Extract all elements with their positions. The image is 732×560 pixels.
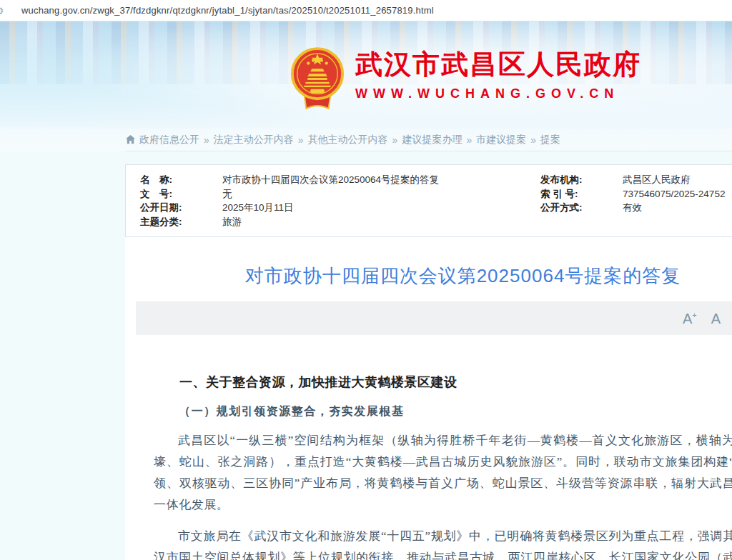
meta-label-validity: 公开方式: bbox=[540, 201, 623, 215]
document-meta-table: 名 称: 对市政协十四届四次会议第20250064号提案的答复 文 号: 无 公… bbox=[125, 164, 732, 237]
meta-value-name: 对市政协十四届四次会议第20250064号提案的答复 bbox=[222, 173, 439, 187]
article-body: 一、关于整合资源，加快推进大黄鹤楼景区建设 （一）规划引领资源整合，夯实发展根基… bbox=[125, 335, 732, 560]
sub-heading: （一）规划引领资源整合，夯实发展根基 bbox=[154, 403, 732, 420]
font-normal-button[interactable]: A bbox=[711, 311, 721, 326]
meta-row-agency: 发布机构: 武昌区人民政府 bbox=[540, 173, 725, 187]
meta-value-docnum: 无 bbox=[222, 187, 232, 201]
breadcrumb-item-proposal[interactable]: 提案 bbox=[540, 134, 560, 146]
font-size-toolbar: A+ A bbox=[136, 301, 732, 335]
meta-row-validity: 公开方式: 有效 bbox=[540, 201, 725, 215]
font-increase-button[interactable]: A+ bbox=[683, 311, 697, 326]
site-url: WWW.WUCHANG.GOV.CN bbox=[355, 86, 641, 101]
meta-value-category: 旅游 bbox=[222, 215, 242, 229]
national-emblem-icon bbox=[290, 46, 345, 111]
meta-value-date: 2025年10月11日 bbox=[222, 201, 294, 215]
meta-label-agency: 发布机构: bbox=[540, 173, 623, 187]
breadcrumb-item-statutory[interactable]: 法定主动公开内容 bbox=[214, 134, 294, 146]
breadcrumb-separator: » bbox=[204, 134, 209, 146]
url-text[interactable]: wuchang.gov.cn/zwgk_37/fdzdgknr/qtzdgknr… bbox=[21, 5, 434, 16]
paragraph: 武昌区以“一纵三横”空间结构为框架（纵轴为得胜桥千年老街—黄鹤楼—首义文化旅游区… bbox=[154, 430, 732, 516]
meta-row-date: 公开日期: 2025年10月11日 bbox=[140, 201, 540, 215]
breadcrumb-separator: » bbox=[530, 134, 536, 146]
meta-value-index: 737546075/2025-24752 bbox=[623, 187, 725, 201]
page-title: 对市政协十四届四次会议第20250064号提案的答复 bbox=[125, 261, 732, 290]
breadcrumb: 政府信息公开 » 法定主动公开内容 » 其他主动公开内容 » 建议提案办理 » … bbox=[0, 129, 732, 151]
breadcrumb-item-info-disclosure[interactable]: 政府信息公开 bbox=[139, 134, 199, 146]
meta-label-date: 公开日期: bbox=[140, 201, 222, 215]
breadcrumb-separator: » bbox=[466, 134, 472, 146]
browser-url-bar[interactable]: ⚙ wuchang.gov.cn/zwgk_37/fdzdgknr/qtzdgk… bbox=[0, 0, 732, 21]
breadcrumb-separator: » bbox=[392, 134, 398, 146]
breadcrumb-item-city-proposals[interactable]: 市建议提案 bbox=[476, 134, 526, 146]
breadcrumb-item-proposal-handling[interactable]: 建议提案办理 bbox=[402, 134, 462, 146]
paragraph: 市文旅局在《武汉市文化和旅游发展“十四五”规划》中，已明确将黄鹤楼景区列为重点工… bbox=[154, 526, 732, 560]
main-content: 名 称: 对市政协十四届四次会议第20250064号提案的答复 文 号: 无 公… bbox=[125, 164, 732, 560]
meta-row-name: 名 称: 对市政协十四届四次会议第20250064号提案的答复 bbox=[140, 173, 540, 187]
meta-label-name: 名 称: bbox=[140, 173, 222, 187]
browser-settings-icon[interactable]: ⚙ bbox=[0, 5, 4, 16]
meta-label-category: 主题分类: bbox=[140, 215, 222, 229]
meta-value-agency: 武昌区人民政府 bbox=[623, 173, 691, 187]
home-icon bbox=[125, 134, 136, 145]
meta-row-docnum: 文 号: 无 bbox=[140, 187, 540, 201]
breadcrumb-separator: » bbox=[298, 134, 304, 146]
site-banner: 武汉市武昌区人民政府 WWW.WUCHANG.GOV.CN bbox=[0, 21, 732, 129]
meta-value-validity: 有效 bbox=[623, 201, 642, 215]
site-title[interactable]: 武汉市武昌区人民政府 bbox=[355, 49, 641, 80]
breadcrumb-item-other[interactable]: 其他主动公开内容 bbox=[308, 134, 388, 146]
meta-label-index: 索 引 号: bbox=[540, 187, 623, 201]
meta-label-docnum: 文 号: bbox=[140, 187, 222, 201]
meta-row-index: 索 引 号: 737546075/2025-24752 bbox=[540, 187, 725, 201]
section-heading: 一、关于整合资源，加快推进大黄鹤楼景区建设 bbox=[154, 373, 732, 391]
meta-row-category: 主题分类: 旅游 bbox=[140, 215, 540, 229]
